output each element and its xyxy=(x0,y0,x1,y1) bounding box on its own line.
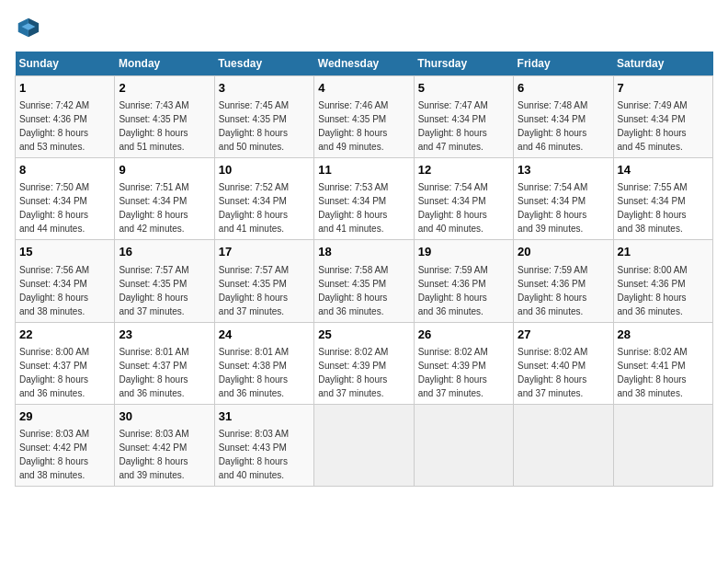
day-number: 15 xyxy=(19,244,110,260)
day-number: 21 xyxy=(618,244,709,260)
logo-icon xyxy=(15,15,40,40)
calendar-cell: 20Sunrise: 7:59 AMSunset: 4:36 PMDayligh… xyxy=(514,240,613,322)
day-detail: Sunrise: 7:56 AMSunset: 4:34 PMDaylight:… xyxy=(19,265,89,316)
day-detail: Sunrise: 7:43 AMSunset: 4:35 PMDaylight:… xyxy=(119,100,188,152)
calendar-cell: 2Sunrise: 7:43 AMSunset: 4:35 PMDaylight… xyxy=(115,76,214,158)
calendar-cell: 11Sunrise: 7:53 AMSunset: 4:34 PMDayligh… xyxy=(314,158,414,240)
day-detail: Sunrise: 7:54 AMSunset: 4:34 PMDaylight:… xyxy=(418,182,488,234)
day-number: 5 xyxy=(418,80,509,97)
day-number: 29 xyxy=(19,408,110,425)
calendar-cell: 7Sunrise: 7:49 AMSunset: 4:34 PMDaylight… xyxy=(613,76,712,158)
day-number: 9 xyxy=(119,162,210,178)
calendar-cell: 28Sunrise: 8:02 AMSunset: 4:41 PMDayligh… xyxy=(613,322,712,404)
calendar-cell: 30Sunrise: 8:03 AMSunset: 4:42 PMDayligh… xyxy=(115,404,214,486)
calendar-cell xyxy=(414,404,513,486)
calendar-cell: 24Sunrise: 8:01 AMSunset: 4:38 PMDayligh… xyxy=(214,322,313,404)
day-detail: Sunrise: 7:53 AMSunset: 4:34 PMDaylight:… xyxy=(318,182,388,234)
calendar-row: 1Sunrise: 7:42 AMSunset: 4:36 PMDaylight… xyxy=(16,76,713,158)
calendar-cell: 17Sunrise: 7:57 AMSunset: 4:35 PMDayligh… xyxy=(214,240,313,322)
day-number: 2 xyxy=(119,80,210,97)
calendar-cell xyxy=(613,404,712,486)
calendar-cell xyxy=(314,404,414,486)
day-number: 1 xyxy=(19,80,110,97)
logo xyxy=(15,15,44,40)
day-number: 19 xyxy=(418,244,509,260)
day-detail: Sunrise: 8:02 AMSunset: 4:39 PMDaylight:… xyxy=(318,347,388,398)
day-detail: Sunrise: 8:03 AMSunset: 4:43 PMDaylight:… xyxy=(219,429,289,480)
calendar-cell: 21Sunrise: 8:00 AMSunset: 4:36 PMDayligh… xyxy=(613,240,712,322)
day-number: 18 xyxy=(318,244,409,260)
day-detail: Sunrise: 8:01 AMSunset: 4:38 PMDaylight:… xyxy=(219,347,289,398)
day-detail: Sunrise: 7:52 AMSunset: 4:34 PMDaylight:… xyxy=(219,182,289,234)
day-detail: Sunrise: 8:03 AMSunset: 4:42 PMDaylight:… xyxy=(119,429,188,480)
calendar-row: 8Sunrise: 7:50 AMSunset: 4:34 PMDaylight… xyxy=(16,158,713,240)
day-number: 25 xyxy=(318,327,409,343)
calendar-cell: 3Sunrise: 7:45 AMSunset: 4:35 PMDaylight… xyxy=(214,76,313,158)
day-detail: Sunrise: 7:46 AMSunset: 4:35 PMDaylight:… xyxy=(318,100,388,152)
day-number: 24 xyxy=(219,327,310,343)
calendar-cell xyxy=(514,404,613,486)
calendar-cell: 29Sunrise: 8:03 AMSunset: 4:42 PMDayligh… xyxy=(16,404,115,486)
calendar-cell: 23Sunrise: 8:01 AMSunset: 4:37 PMDayligh… xyxy=(115,322,214,404)
page-header xyxy=(15,15,713,40)
calendar-cell: 26Sunrise: 8:02 AMSunset: 4:39 PMDayligh… xyxy=(414,322,513,404)
day-header-tuesday: Tuesday xyxy=(214,52,313,76)
calendar-cell: 25Sunrise: 8:02 AMSunset: 4:39 PMDayligh… xyxy=(314,322,414,404)
calendar-cell: 1Sunrise: 7:42 AMSunset: 4:36 PMDaylight… xyxy=(16,76,115,158)
day-number: 13 xyxy=(518,162,609,178)
day-number: 20 xyxy=(518,244,609,260)
calendar-cell: 13Sunrise: 7:54 AMSunset: 4:34 PMDayligh… xyxy=(514,158,613,240)
calendar-cell: 22Sunrise: 8:00 AMSunset: 4:37 PMDayligh… xyxy=(16,322,115,404)
day-detail: Sunrise: 7:59 AMSunset: 4:36 PMDaylight:… xyxy=(418,265,488,316)
calendar-cell: 19Sunrise: 7:59 AMSunset: 4:36 PMDayligh… xyxy=(414,240,513,322)
day-number: 3 xyxy=(219,80,310,97)
day-number: 11 xyxy=(318,162,409,178)
day-number: 26 xyxy=(418,327,509,343)
calendar-cell: 16Sunrise: 7:57 AMSunset: 4:35 PMDayligh… xyxy=(115,240,214,322)
day-detail: Sunrise: 7:54 AMSunset: 4:34 PMDaylight:… xyxy=(518,182,587,234)
day-header-wednesday: Wednesday xyxy=(314,52,414,76)
calendar-cell: 12Sunrise: 7:54 AMSunset: 4:34 PMDayligh… xyxy=(414,158,513,240)
day-number: 27 xyxy=(518,327,609,343)
day-detail: Sunrise: 8:02 AMSunset: 4:39 PMDaylight:… xyxy=(418,347,488,398)
calendar-cell: 10Sunrise: 7:52 AMSunset: 4:34 PMDayligh… xyxy=(214,158,313,240)
calendar-cell: 27Sunrise: 8:02 AMSunset: 4:40 PMDayligh… xyxy=(514,322,613,404)
calendar-table: SundayMondayTuesdayWednesdayThursdayFrid… xyxy=(15,52,713,487)
day-detail: Sunrise: 8:01 AMSunset: 4:37 PMDaylight:… xyxy=(119,347,188,398)
calendar-cell: 8Sunrise: 7:50 AMSunset: 4:34 PMDaylight… xyxy=(16,158,115,240)
day-header-thursday: Thursday xyxy=(414,52,513,76)
calendar-cell: 5Sunrise: 7:47 AMSunset: 4:34 PMDaylight… xyxy=(414,76,513,158)
day-detail: Sunrise: 7:51 AMSunset: 4:34 PMDaylight:… xyxy=(119,182,188,234)
day-header-monday: Monday xyxy=(115,52,214,76)
day-number: 28 xyxy=(618,327,709,343)
calendar-cell: 9Sunrise: 7:51 AMSunset: 4:34 PMDaylight… xyxy=(115,158,214,240)
day-detail: Sunrise: 8:00 AMSunset: 4:37 PMDaylight:… xyxy=(19,347,89,398)
day-number: 14 xyxy=(618,162,709,178)
calendar-cell: 14Sunrise: 7:55 AMSunset: 4:34 PMDayligh… xyxy=(613,158,712,240)
day-header-saturday: Saturday xyxy=(613,52,712,76)
day-detail: Sunrise: 7:48 AMSunset: 4:34 PMDaylight:… xyxy=(518,100,587,152)
header-row: SundayMondayTuesdayWednesdayThursdayFrid… xyxy=(16,52,713,76)
calendar-cell: 18Sunrise: 7:58 AMSunset: 4:35 PMDayligh… xyxy=(314,240,414,322)
calendar-row: 15Sunrise: 7:56 AMSunset: 4:34 PMDayligh… xyxy=(16,240,713,322)
day-number: 6 xyxy=(518,80,609,97)
calendar-cell: 4Sunrise: 7:46 AMSunset: 4:35 PMDaylight… xyxy=(314,76,414,158)
day-number: 16 xyxy=(119,244,210,260)
calendar-cell: 31Sunrise: 8:03 AMSunset: 4:43 PMDayligh… xyxy=(214,404,313,486)
day-detail: Sunrise: 7:58 AMSunset: 4:35 PMDaylight:… xyxy=(318,265,388,316)
day-detail: Sunrise: 7:49 AMSunset: 4:34 PMDaylight:… xyxy=(618,100,688,152)
day-detail: Sunrise: 8:00 AMSunset: 4:36 PMDaylight:… xyxy=(618,265,688,316)
day-number: 23 xyxy=(119,327,210,343)
day-detail: Sunrise: 7:57 AMSunset: 4:35 PMDaylight:… xyxy=(219,265,289,316)
day-number: 10 xyxy=(219,162,310,178)
day-header-sunday: Sunday xyxy=(16,52,115,76)
day-detail: Sunrise: 7:55 AMSunset: 4:34 PMDaylight:… xyxy=(618,182,688,234)
day-detail: Sunrise: 8:02 AMSunset: 4:40 PMDaylight:… xyxy=(518,347,587,398)
day-number: 12 xyxy=(418,162,509,178)
day-detail: Sunrise: 7:47 AMSunset: 4:34 PMDaylight:… xyxy=(418,100,488,152)
day-detail: Sunrise: 8:02 AMSunset: 4:41 PMDaylight:… xyxy=(618,347,688,398)
day-detail: Sunrise: 7:42 AMSunset: 4:36 PMDaylight:… xyxy=(19,100,89,152)
day-number: 8 xyxy=(19,162,110,178)
day-number: 31 xyxy=(219,408,310,425)
day-detail: Sunrise: 7:45 AMSunset: 4:35 PMDaylight:… xyxy=(219,100,289,152)
